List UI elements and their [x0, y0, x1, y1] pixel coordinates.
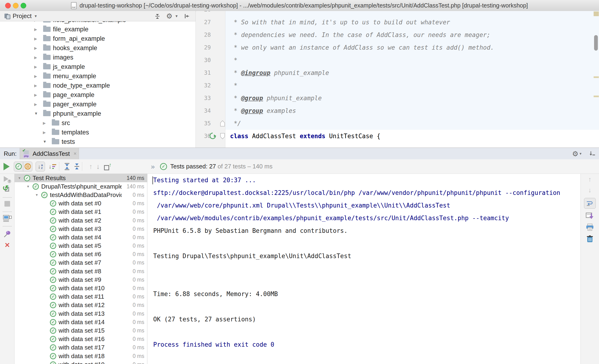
editor-line[interactable]: 26 [196, 11, 599, 16]
sort-by-duration-icon[interactable]: ↓ [49, 163, 56, 170]
fold-end-icon[interactable] [220, 120, 225, 128]
rerun-icon[interactable]: ↺ [0, 185, 15, 194]
test-tree-row[interactable]: ▼✓testAddWithBadDataProvider0 ms [15, 191, 147, 199]
test-tree-row[interactable]: ✓with data set #140 ms [15, 318, 147, 326]
chevron-collapsed-icon[interactable]: ▶ [43, 130, 49, 135]
project-tree-item[interactable]: ▶js_example [0, 62, 196, 71]
close-icon[interactable]: ✕ [0, 241, 15, 249]
chevron-collapsed-icon[interactable]: ▶ [34, 21, 40, 22]
test-tree-row[interactable]: ✓with data set #70 ms [15, 259, 147, 267]
project-tree-item[interactable]: ▶images [0, 53, 196, 62]
chevron-collapsed-icon[interactable]: ▶ [34, 27, 40, 32]
test-tree-row[interactable]: ✓with data set #130 ms [15, 310, 147, 318]
test-tree-row[interactable]: ✓with data set #20 ms [15, 216, 147, 225]
gear-icon[interactable]: ⚙▼ [572, 150, 582, 158]
more-chevron-icon[interactable]: » [151, 163, 155, 170]
test-tree-row[interactable]: ✓with data set #40 ms [15, 233, 147, 241]
close-button[interactable] [5, 3, 11, 9]
show-passed-toggle[interactable]: ✓ [14, 162, 23, 171]
gear-icon[interactable]: ⚙▼ [166, 12, 178, 20]
chevron-down-icon[interactable]: ▼ [34, 14, 37, 18]
test-tree-row[interactable]: ✓with data set #120 ms [15, 301, 147, 310]
editor-line[interactable]: 28 * dependencies we need. In the case o… [196, 29, 599, 41]
chevron-collapsed-icon[interactable]: ▶ [34, 46, 40, 50]
show-ignored-toggle[interactable] [23, 162, 32, 171]
editor[interactable]: 2627 * So with that in mind, it's up to … [196, 11, 599, 148]
chevron-collapsed-icon[interactable]: ▶ [34, 102, 40, 107]
chevron-collapsed-icon[interactable]: ▶ [43, 121, 49, 125]
soft-wrap-toggle[interactable] [581, 198, 599, 209]
previous-occurrence-icon[interactable]: ↑ [89, 163, 93, 170]
test-tree-row[interactable]: ✓with data set #180 ms [15, 352, 147, 360]
chevron-expanded-icon[interactable]: ▼ [26, 185, 33, 188]
test-tree-row[interactable]: ✓with data set #150 ms [15, 326, 147, 335]
minimize-button[interactable] [13, 3, 18, 9]
project-tree-item[interactable]: ▶src [0, 118, 196, 128]
up-arrow-icon[interactable]: ↑ [581, 176, 599, 183]
chevron-expanded-icon[interactable]: ▼ [43, 140, 49, 144]
scroll-to-end-icon[interactable] [581, 212, 599, 220]
editor-line[interactable]: 30 * [196, 54, 599, 67]
fold-start-icon[interactable] [220, 133, 225, 140]
expand-all-icon[interactable] [65, 163, 69, 170]
chevron-collapsed-icon[interactable]: ▶ [34, 55, 40, 60]
project-tree-item[interactable]: ▶file_example [0, 25, 196, 34]
chevron-expanded-icon[interactable]: ▼ [34, 112, 40, 116]
test-tree-row[interactable]: ✓with data set #90 ms [15, 275, 147, 284]
editor-line[interactable]: 34 * @group examples [196, 105, 599, 117]
test-tree-row[interactable]: ✓with data set #00 ms [15, 199, 147, 208]
run-test-gutter-icon[interactable] [209, 132, 216, 140]
zoom-button[interactable] [21, 3, 26, 9]
rerun-button[interactable] [3, 163, 10, 170]
project-tree-item[interactable]: ▶node_type_example [0, 81, 196, 90]
project-tree-item[interactable]: ▶field_permission_example [0, 21, 196, 25]
test-tree-row[interactable]: ✓with data set #80 ms [15, 267, 147, 275]
run-console[interactable]: Testing started at 20:37 ...sftp://docke… [147, 174, 581, 364]
sort-alphabetically-toggle[interactable]: ↓az [35, 162, 45, 171]
test-tree-row[interactable]: ✓with data set #50 ms [15, 242, 147, 250]
editor-scrollbar-thumb[interactable] [594, 35, 598, 51]
project-tree-item[interactable]: ▼tests [0, 137, 196, 146]
chevron-collapsed-icon[interactable]: ▶ [34, 36, 40, 41]
editor-line[interactable]: 27 * So with that in mind, it's up to us… [196, 16, 599, 29]
project-tree-item[interactable]: ▶hooks_example [0, 43, 196, 53]
run-tab-addclasstest[interactable]: php✔ AddClassTest × [20, 148, 79, 160]
project-tree-item[interactable]: ▼phpunit_example [0, 109, 196, 118]
down-arrow-icon[interactable]: ↓ [581, 186, 599, 194]
test-tree-row[interactable]: ✓with data set #170 ms [15, 343, 147, 352]
clear-all-icon[interactable] [581, 235, 599, 243]
test-tree-row[interactable]: ✓with data set #10 ms [15, 208, 147, 216]
test-tree-row[interactable]: ✓with data set #110 ms [15, 293, 147, 301]
hide-panel-icon[interactable] [589, 150, 596, 157]
hide-panel-icon[interactable] [184, 13, 190, 19]
editor-line[interactable]: 36class AddClassTest extends UnitTestCas… [196, 130, 599, 142]
test-tree-row[interactable]: ✓with data set #100 ms [15, 284, 147, 292]
editor-line[interactable]: 35 */ [196, 117, 599, 130]
project-panel-title[interactable]: Project [13, 12, 32, 20]
collapse-all-icon[interactable] [74, 163, 79, 169]
editor-line[interactable]: 32 * [196, 79, 599, 92]
chevron-collapsed-icon[interactable]: ▶ [34, 65, 40, 69]
restore-layout-icon[interactable] [0, 215, 15, 222]
test-tree-row[interactable]: ✓with data set #190 ms [15, 360, 147, 364]
print-icon[interactable] [581, 224, 599, 231]
test-tree-row[interactable]: ▼✓Drupal\Tests\phpunit_example140 ms [15, 182, 147, 191]
close-tab-icon[interactable]: × [74, 151, 77, 157]
project-tree-item[interactable]: ▶menu_example [0, 71, 196, 81]
collapse-arrows-icon[interactable] [154, 13, 160, 19]
project-tree-item[interactable]: ▶form_api_example [0, 34, 196, 43]
editor-line[interactable]: 31 * @ingroup phpunit_example [196, 67, 599, 79]
chevron-collapsed-icon[interactable]: ▶ [34, 93, 40, 97]
test-tree-row[interactable]: ✓with data set #60 ms [15, 250, 147, 259]
chevron-collapsed-icon[interactable]: ▶ [34, 83, 40, 88]
next-occurrence-icon[interactable]: ↓ [96, 163, 100, 170]
chevron-expanded-icon[interactable]: ▼ [35, 193, 41, 197]
editor-line[interactable]: 29 * we only want an instance of AddClas… [196, 41, 599, 54]
import-export-test-results-icon[interactable]: ↑ [104, 163, 111, 170]
project-tree-item[interactable]: ▶templates [0, 128, 196, 137]
test-tree-row[interactable]: ✓with data set #160 ms [15, 335, 147, 343]
test-tree-row[interactable]: ✓with data set #30 ms [15, 225, 147, 233]
project-tree-item[interactable]: ▶page_example [0, 90, 196, 99]
chevron-expanded-icon[interactable]: ▼ [18, 176, 24, 180]
pin-tab-icon[interactable] [0, 230, 15, 238]
